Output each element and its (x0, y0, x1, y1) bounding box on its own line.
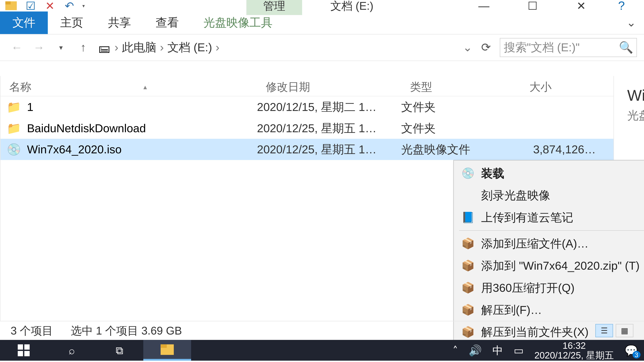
details-subtitle: 光盘映像文件 (627, 108, 644, 123)
ribbon-tabs: 文件 主页 共享 查看 光盘映像工具 ⌄ (0, 11, 644, 34)
file-row[interactable]: 💿Win7x64_2020.iso2020/12/25, 星期五 1…光盘映像文… (0, 139, 614, 160)
ime-indicator[interactable]: 中 (492, 343, 503, 357)
nav-forward-button[interactable]: → (29, 41, 49, 54)
qat-customize-dropdown[interactable]: ▾ (82, 3, 85, 8)
breadcrumb-root[interactable]: 此电脑 (122, 40, 156, 55)
context-menu-item[interactable]: 📦添加到压缩文件(A)… (455, 232, 644, 255)
status-selection: 选中 1 个项目 3.69 GB (71, 323, 182, 338)
help-button[interactable]: ? (612, 0, 631, 11)
action-center-icon[interactable]: 💬3 (624, 344, 638, 357)
file-row[interactable]: 📁12020/12/15, 星期二 1…文件夹 (0, 96, 614, 118)
qat-delete-icon[interactable]: ✕ (43, 0, 56, 11)
svg-rect-1 (5, 1, 11, 4)
qat-properties-icon[interactable]: ☑ (24, 0, 37, 11)
qat-undo-icon[interactable]: ↶ (63, 0, 76, 11)
maximize-button[interactable]: ☐ (515, 0, 550, 11)
start-button[interactable] (0, 340, 48, 361)
nav-up-button[interactable]: ↑ (74, 41, 93, 54)
svg-rect-5 (24, 351, 30, 356)
close-button[interactable]: ✕ (564, 0, 599, 11)
chevron-icon[interactable]: › (160, 41, 164, 54)
chevron-icon[interactable]: › (114, 41, 118, 54)
ribbon-tab-home[interactable]: 主页 (48, 11, 96, 34)
ribbon-tab-view[interactable]: 查看 (144, 11, 191, 34)
context-menu-item[interactable]: 📦解压到(F)… (455, 299, 644, 321)
context-menu-separator (459, 230, 644, 231)
search-placeholder: 搜索"文档 (E:)" (504, 40, 580, 55)
svg-rect-4 (18, 351, 23, 356)
quick-access-toolbar: ☑ ✕ ↶ ▾ (0, 0, 90, 11)
volume-icon[interactable]: 🔊 (468, 344, 482, 357)
notification-badge: 3 (632, 351, 640, 358)
titlebar: ☑ ✕ ↶ ▾ 管理 文档 (E:) — ☐ ✕ ? (0, 0, 644, 11)
col-name[interactable]: 名称▴ (0, 80, 257, 94)
address-bar: ← → ▾ ↑ 🖴 › 此电脑 › 文档 (E:) › ⌄ ⟳ 搜索"文档 (E… (0, 34, 644, 61)
context-menu-item[interactable]: 📘上传到有道云笔记 (455, 206, 644, 229)
file-row[interactable]: 📁BaiduNetdiskDownload2020/12/25, 星期五 1…文… (0, 118, 614, 139)
breadcrumb[interactable]: 🖴 › 此电脑 › 文档 (E:) › (96, 39, 460, 56)
context-menu-item[interactable]: 💿装载 (455, 162, 644, 184)
context-menu-item[interactable]: 📦用360压缩打开(Q) (455, 277, 644, 299)
explorer-icon (4, 0, 18, 11)
col-date[interactable]: 修改日期 (257, 80, 401, 94)
ribbon-tab-context[interactable]: 光盘映像工具 (191, 11, 285, 34)
clock-time: 16:32 (534, 341, 614, 350)
nav-recent-dropdown[interactable]: ▾ (51, 43, 71, 52)
taskbar-clock[interactable]: 16:32 2020/12/25, 星期五 (534, 341, 614, 360)
view-icons-button[interactable]: ▦ (616, 324, 633, 337)
search-icon: 🔍 (619, 41, 633, 54)
drive-icon: 🖴 (98, 41, 111, 54)
nav-back-button[interactable]: ← (7, 41, 26, 54)
column-headers[interactable]: 名称▴ 修改日期 类型 大小 (0, 78, 614, 96)
view-details-button[interactable]: ☰ (595, 324, 613, 337)
taskbar-explorer-button[interactable] (144, 340, 191, 361)
address-dropdown[interactable]: ⌄ (463, 41, 472, 54)
svg-rect-2 (18, 344, 23, 350)
network-icon[interactable]: ▭ (514, 344, 524, 357)
ribbon-tab-file[interactable]: 文件 (0, 11, 48, 34)
tray-overflow-icon[interactable]: ˄ (453, 344, 458, 357)
minimize-button[interactable]: — (466, 0, 502, 11)
context-menu-item[interactable]: 刻录光盘映像 (455, 184, 644, 206)
details-title: Win7x64_2020.iso (627, 87, 644, 104)
window-title: 文档 (E:) (302, 0, 466, 13)
ribbon-expand-button[interactable]: ⌄ (618, 11, 644, 34)
task-view-button[interactable]: ⧉ (96, 340, 144, 361)
svg-rect-3 (24, 344, 30, 350)
col-size[interactable]: 大小 (520, 80, 614, 94)
svg-rect-7 (160, 344, 167, 348)
clock-date: 2020/12/25, 星期五 (534, 350, 614, 360)
search-input[interactable]: 搜索"文档 (E:)" 🔍 (500, 38, 637, 57)
col-type[interactable]: 类型 (401, 80, 520, 94)
status-item-count: 3 个项目 (10, 323, 53, 338)
taskbar[interactable]: ⌕ ⧉ ˄ 🔊 中 ▭ 16:32 2020/12/25, 星期五 💬3 (0, 340, 644, 361)
system-tray[interactable]: ˄ 🔊 中 ▭ 16:32 2020/12/25, 星期五 💬3 (453, 341, 644, 360)
refresh-button[interactable]: ⟳ (481, 41, 491, 54)
breadcrumb-current[interactable]: 文档 (E:) (167, 40, 212, 55)
ribbon-tab-share[interactable]: 共享 (96, 11, 144, 34)
taskbar-search-button[interactable]: ⌕ (48, 340, 96, 361)
chevron-icon[interactable]: › (216, 41, 220, 54)
context-menu-item[interactable]: 📦添加到 "Win7x64_2020.zip" (T) (455, 255, 644, 277)
status-bar: 3 个项目 选中 1 个项目 3.69 GB ☰ ▦ (0, 321, 644, 340)
